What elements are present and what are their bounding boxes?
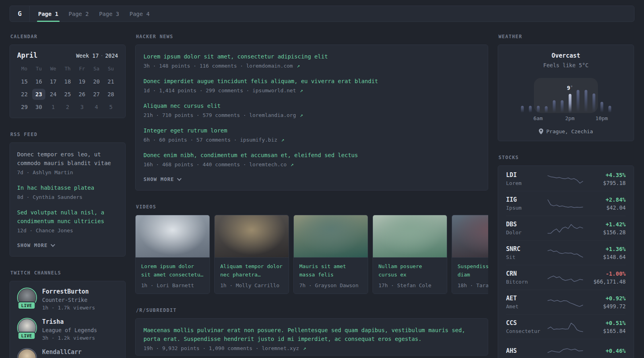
twitch-channel[interactable]: LIVEForrestBurtonCounter-Strike1h · 1.7k… xyxy=(17,288,118,311)
feed-item-title[interactable]: Sed volutpat nulla nisl, a condimentum n… xyxy=(17,208,118,226)
middle-column: HACKER NEWS Lorem ipsum dolor sit amet, … xyxy=(135,34,488,356)
weather-highlight-temp: 9° xyxy=(567,85,573,91)
video-card[interactable]: Mauris sit ametmassa felis7h · Grayson D… xyxy=(293,215,368,294)
stock-change-price: +0.92%$499.72 xyxy=(586,295,626,309)
calendar-weekday: Fr xyxy=(75,66,89,75)
external-link-icon[interactable]: ↗ xyxy=(294,63,300,69)
stock-row: AHS+0.46% xyxy=(506,339,626,358)
video-title-line: sit amet consectetu… xyxy=(141,270,204,279)
video-thumbnail[interactable] xyxy=(136,215,209,258)
feed-item-title[interactable]: Aliquam nec cursus elit xyxy=(144,101,480,110)
video-title-line: Nullam posuere xyxy=(378,262,441,270)
stock-row: CRNBitcorn-1.00%$66,171.48 xyxy=(506,265,626,290)
twitch-channel-info: KendallCarr xyxy=(42,348,81,358)
video-title[interactable]: Lorem ipsum dolorsit amet consectetu… xyxy=(136,258,209,279)
video-title[interactable]: Aliquam tempor dolornec pharetra… xyxy=(215,258,289,279)
external-link-icon[interactable]: ↗ xyxy=(297,112,303,118)
avatar[interactable] xyxy=(18,349,36,358)
stock-sparkline xyxy=(544,222,586,235)
feed-item-title[interactable]: Maecenas mollis pulvinar erat non posuer… xyxy=(144,326,480,343)
video-card[interactable]: Aliquam tempor dolornec pharetra…1h · Mo… xyxy=(214,215,289,294)
feed-item-title[interactable]: Donec tempor eros leo, ut commodo mauris… xyxy=(17,150,118,167)
show-more-button[interactable]: SHOW MORE xyxy=(17,242,54,248)
weather-bar-slot xyxy=(550,78,558,113)
feed-item-title[interactable]: In hac habitasse platea xyxy=(17,183,118,192)
feed-item: Donec enim nibh, condimentum et accumsan… xyxy=(144,144,480,169)
right-column: WEATHER Overcast Feels like 5°C 9° 6am2p… xyxy=(498,34,634,358)
external-link-icon[interactable]: ↗ xyxy=(297,88,303,93)
calendar-year: 2024 xyxy=(105,53,118,59)
video-title[interactable]: Mauris sit ametmassa felis xyxy=(294,258,368,279)
top-navigation-bar: G Page 1Page 2Page 3Page 4 xyxy=(10,6,634,22)
twitch-channel[interactable]: LIVETrishaLeague of Legends3h · 1.2k vie… xyxy=(17,318,118,341)
video-title[interactable]: Nullam posuerecursus ex xyxy=(373,258,447,279)
twitch-channel-category: League of Legends xyxy=(42,327,97,333)
stock-price: $66,171.48 xyxy=(586,278,626,285)
stock-sparkline xyxy=(544,172,586,186)
calendar-day: 19 xyxy=(76,76,88,87)
video-card[interactable]: Suspendissediam18h · Tara xyxy=(452,215,488,294)
stock-row: CCSConsectetur+0.51%$165.84 xyxy=(506,314,626,339)
weather-bar xyxy=(568,94,571,113)
feed-item-title[interactable]: Integer eget rutrum lorem xyxy=(144,126,480,135)
feed-item: Aliquam nec cursus elit21h · 710 points … xyxy=(144,95,480,120)
weather-bar xyxy=(584,90,587,113)
video-thumbnail[interactable] xyxy=(294,215,368,258)
external-link-icon[interactable]: ↗ xyxy=(287,161,294,167)
stock-price: $795.18 xyxy=(586,180,626,186)
calendar-week-year: Week 17·2024 xyxy=(76,53,118,59)
video-thumbnail[interactable] xyxy=(373,215,447,258)
twitch-channels-widget: LIVEForrestBurtonCounter-Strike1h · 1.7k… xyxy=(10,281,126,358)
video-meta: 7h · Grayson Dawson xyxy=(294,279,368,294)
tab-page-1[interactable]: Page 1 xyxy=(33,6,64,21)
stock-ticker: LDI xyxy=(506,171,544,179)
feed-item: Maecenas mollis pulvinar erat non posuer… xyxy=(144,319,480,353)
weather-bar xyxy=(521,106,524,113)
feed-item-meta: 3h · 148 points · 116 comments · loremdo… xyxy=(144,63,480,69)
show-more-button[interactable]: SHOW MORE xyxy=(144,176,181,182)
twitch-channel-name[interactable]: KendallCarr xyxy=(42,348,81,356)
stock-name: Sit xyxy=(506,254,544,260)
hacker-news-widget: Lorem ipsum dolor sit amet, consectetur … xyxy=(135,45,488,191)
left-column: CALENDAR April Week 17·2024 MoTuWeThFrSa… xyxy=(10,34,126,358)
calendar-weekday: Th xyxy=(60,66,75,75)
weather-feels-like: Feels like 5°C xyxy=(505,62,627,68)
video-thumbnail[interactable] xyxy=(452,215,488,258)
calendar-day: 18 xyxy=(61,76,74,87)
live-badge: LIVE xyxy=(17,332,35,340)
feed-item-title[interactable]: Donec imperdiet augue tincidunt felis al… xyxy=(144,77,480,86)
stock-change: +0.92% xyxy=(586,295,626,302)
feed-item: Lorem ipsum dolor sit amet, consectetur … xyxy=(144,46,480,70)
feed-item-title[interactable]: Lorem ipsum dolor sit amet, consectetur … xyxy=(144,52,480,61)
stock-change-price: +1.42%$156.28 xyxy=(586,221,626,235)
twitch-avatar-wrap: LIVE xyxy=(17,318,36,337)
calendar-day: 5 xyxy=(105,101,117,113)
weather-bar-slot xyxy=(598,78,606,113)
external-link-icon[interactable]: ↗ xyxy=(278,137,285,143)
twitch-channel-name[interactable]: ForrestBurton xyxy=(42,288,95,295)
feed-item-meta-text: 21h · 710 points · 579 comments · loreml… xyxy=(144,112,296,118)
video-title[interactable]: Suspendissediam xyxy=(452,258,488,279)
rss-section-title: RSS FEED xyxy=(10,132,126,137)
tab-page-3[interactable]: Page 3 xyxy=(94,6,124,21)
feed-item-meta-text: 8d · Cynthia Saunders xyxy=(17,194,82,200)
twitch-channel[interactable]: KendallCarr xyxy=(17,348,118,358)
video-card[interactable]: Lorem ipsum dolorsit amet consectetu…1h … xyxy=(135,215,210,294)
external-link-icon[interactable]: ↗ xyxy=(300,345,306,351)
feed-item-title[interactable]: Donec enim nibh, condimentum et accumsan… xyxy=(144,151,480,160)
feed-item-meta-text: 3h · 148 points · 116 comments · loremdo… xyxy=(144,63,293,69)
twitch-channel-name[interactable]: Trisha xyxy=(42,318,97,325)
twitch-channel-category: Counter-Strike xyxy=(42,297,95,303)
tab-page-2[interactable]: Page 2 xyxy=(64,6,94,21)
feed-item-meta: 8d · Cynthia Saunders xyxy=(17,194,118,200)
tab-page-4[interactable]: Page 4 xyxy=(124,6,155,21)
video-thumbnail[interactable] xyxy=(215,215,289,258)
calendar-grid: MoTuWeThFrSaSu15161718192021222324252627… xyxy=(17,66,118,113)
video-card[interactable]: Nullam posuerecursus ex17h · Stefan Cole xyxy=(372,215,447,294)
feed-item: Integer eget rutrum lorem6h · 60 points … xyxy=(144,120,480,144)
weather-bar xyxy=(529,106,531,113)
weather-bar xyxy=(553,100,555,113)
twitch-channel-info: TrishaLeague of Legends3h · 1.2k viewers xyxy=(42,318,97,341)
weather-bar xyxy=(592,93,595,113)
calendar-day: 27 xyxy=(90,89,103,100)
